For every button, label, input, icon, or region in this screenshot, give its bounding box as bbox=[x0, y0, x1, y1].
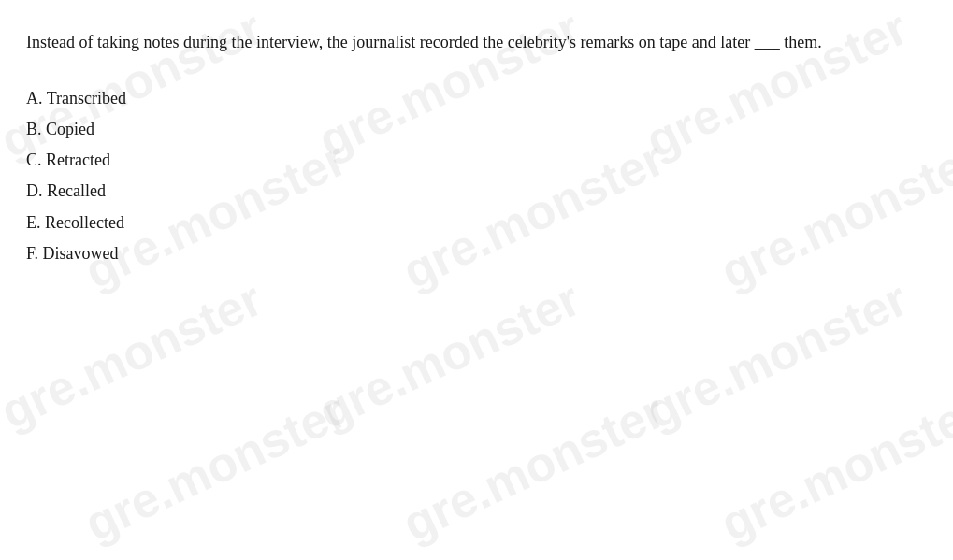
option-f[interactable]: F. Disavowed bbox=[26, 238, 927, 269]
question-text: Instead of taking notes during the inter… bbox=[26, 28, 927, 57]
option-b[interactable]: B. Copied bbox=[26, 114, 927, 145]
options-list: A. Transcribed B. Copied C. Retracted D.… bbox=[26, 83, 927, 270]
option-c[interactable]: C. Retracted bbox=[26, 145, 927, 176]
option-e[interactable]: E. Recollected bbox=[26, 208, 927, 238]
option-a[interactable]: A. Transcribed bbox=[26, 83, 927, 114]
option-d[interactable]: D. Recalled bbox=[26, 176, 927, 207]
main-content: Instead of taking notes during the inter… bbox=[0, 0, 953, 288]
